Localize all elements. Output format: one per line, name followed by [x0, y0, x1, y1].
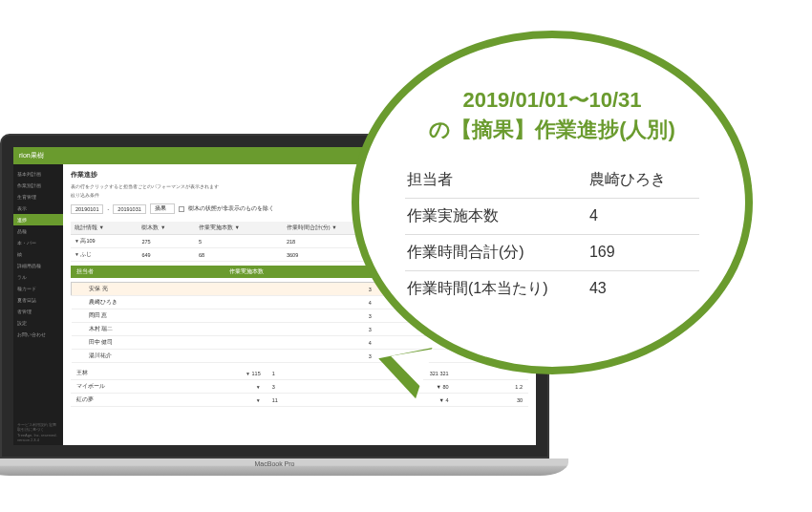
sidebar-item[interactable]: 基本列計画 [13, 168, 63, 180]
sidebar-item[interactable]: 品種 [13, 225, 63, 237]
sidebar-item[interactable]: 作業別計画 [13, 180, 63, 191]
laptop-base: MacBook Pro [0, 459, 568, 476]
sidebar-item[interactable]: 設定 [13, 317, 63, 329]
bubble-row: 作業時間合計(分)169 [405, 234, 699, 270]
variety-table: 王林▼ 1151321 321マイボール▼ 3▼ 801.2紅の夢▼ 11▼ 4… [71, 367, 528, 407]
table-row[interactable]: 王林▼ 1151321 321 [71, 367, 528, 380]
sidebar-item[interactable]: 生育管理 [13, 191, 63, 203]
sidebar-item[interactable]: 夏者日誌 [13, 294, 63, 306]
sidebar-item[interactable]: お問い合わせ [13, 329, 63, 340]
table-row[interactable]: 紅の夢▼ 11▼ 430 [71, 394, 528, 407]
sidebar-item[interactable]: 者管理 [13, 306, 63, 317]
sidebar-item[interactable]: 進捗 [13, 214, 63, 225]
bubble-row: 作業実施本数4 [405, 198, 699, 234]
sub-header-cell: 担当者 [71, 266, 224, 278]
bubble-row: 作業時間(1本当たり)43 [405, 270, 699, 307]
bubble-title: 2019/01/01〜10/31 の【摘果】作業進捗(人別) [429, 86, 675, 145]
exclude-label: 樹木の状態が非表示のものを除く [188, 205, 274, 212]
bubble-row: 担当者農崎ひろき [405, 162, 699, 199]
app-name: rion果樹 [19, 151, 44, 160]
exclude-checkbox[interactable] [179, 206, 184, 212]
sidebar-item[interactable]: 本・バー [13, 237, 63, 248]
bubble-table: 担当者農崎ひろき作業実施本数4作業時間合計(分)169作業時間(1本当たり)43 [405, 162, 699, 307]
sidebar-item[interactable]: 詳細用品種 [13, 260, 63, 271]
sidebar-item[interactable]: 績 [13, 248, 63, 260]
sidebar-footer: サービス利用規約 定商取引法に基づく TreeAge, Inc. reserve… [13, 419, 63, 445]
kind-select[interactable]: 摘果 [150, 203, 175, 214]
date-to-input[interactable]: 20191031 [113, 204, 145, 214]
sidebar-item[interactable]: 表示 [13, 203, 63, 214]
date-from-input[interactable]: 20190101 [71, 204, 103, 214]
table-header[interactable]: 作業実施本数 ▼ [195, 222, 283, 235]
sub-header-cell: 作業実施本数 [224, 266, 376, 278]
sidebar: 基本列計画作業別計画生育管理表示進捗品種本・バー績詳細用品種ラル種カード夏者日誌… [13, 164, 63, 445]
table-row[interactable]: マイボール▼ 3▼ 801.2 [71, 380, 528, 394]
table-header[interactable]: 樹木数 ▼ [138, 222, 195, 235]
table-header[interactable]: 統計情報 ▼ [71, 222, 138, 235]
callout-bubble: 2019/01/01〜10/31 の【摘果】作業進捗(人別) 担当者農崎ひろき作… [352, 31, 753, 374]
sidebar-item[interactable]: 種カード [13, 283, 63, 294]
laptop-brand-label: MacBook Pro [0, 460, 568, 467]
sidebar-item[interactable]: ラル [13, 271, 63, 283]
